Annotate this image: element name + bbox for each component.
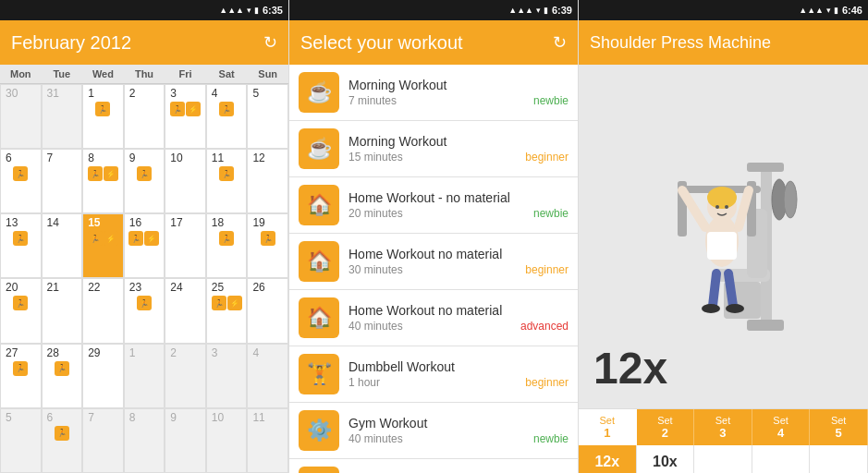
workout-list-item[interactable]: ☕Morning Workout7 minutesnewbie	[289, 65, 578, 121]
calendar-cell[interactable]: 4	[247, 344, 288, 408]
calendar-day-number: 3	[209, 346, 218, 359]
calendar-day-number: 6	[3, 152, 12, 164]
workout-list-item[interactable]: 🏠Home Workout no material40 minutesadvan…	[289, 290, 578, 346]
calendar-cell[interactable]: 29	[82, 344, 124, 408]
calendar-day-label: Sun	[247, 65, 288, 83]
calendar-cell[interactable]: 21	[42, 278, 83, 343]
svg-rect-1	[747, 163, 784, 172]
set-tab-2[interactable]: Set2	[637, 409, 695, 445]
calendar-cell[interactable]: 3🏃⚡	[165, 84, 206, 149]
calendar-cell[interactable]: 24	[165, 278, 206, 343]
signal-icon: ▲▲▲	[219, 6, 244, 15]
workout-list-item[interactable]: ☕Morning Workout15 minutesbeginner	[289, 121, 578, 177]
calendar-day-number: 15	[85, 216, 100, 229]
set-number: 4	[752, 426, 810, 440]
calendar-cell[interactable]: 18🏃	[206, 213, 248, 278]
workout-icons: 🏃	[219, 102, 234, 116]
svg-point-22	[725, 205, 728, 209]
workout-icon: ⚡	[144, 231, 159, 246]
workout-list-item[interactable]: ⚙️Gym Workout1 hourbeginner	[289, 459, 578, 473]
calendar-day-number: 22	[85, 281, 100, 294]
calendar-cell[interactable]: 7	[42, 149, 83, 213]
workout-icons: 🏃	[219, 231, 234, 246]
set-tab-4[interactable]: Set4	[752, 409, 811, 445]
calendar-day-number: 8	[127, 411, 136, 424]
set-tab-1[interactable]: Set1	[579, 409, 637, 445]
set-value-3[interactable]	[694, 445, 752, 473]
workout-list-item[interactable]: 🏠Home Workout no material30 minutesbegin…	[289, 234, 578, 290]
calendar-cell[interactable]: 28🏃	[42, 344, 83, 408]
calendar-cell[interactable]: 5	[0, 408, 42, 473]
workout-icons: 🏃	[55, 426, 69, 441]
calendar-cell[interactable]: 5	[247, 84, 288, 149]
calendar-day-number: 30	[3, 87, 18, 100]
workout-icon: 🏃	[212, 296, 226, 310]
set-label: Set	[752, 415, 810, 426]
workout-icon: 🏃	[13, 361, 28, 376]
workout-list-item[interactable]: 🏋Dumbbell Workout1 hourbeginner	[289, 346, 578, 403]
calendar-cell[interactable]: 10	[165, 149, 206, 213]
workout-duration: 1 hour	[348, 376, 380, 389]
calendar-cell[interactable]: 31	[42, 84, 83, 149]
calendar-cell[interactable]: 1🏃	[82, 84, 124, 149]
set-value-1[interactable]: 12x	[579, 445, 637, 473]
calendar-cell[interactable]: 22	[82, 278, 124, 343]
calendar-cell[interactable]: 6🏃	[42, 408, 83, 473]
calendar-cell[interactable]: 8	[124, 408, 165, 473]
calendar-cell[interactable]: 15🏃⚡	[82, 213, 124, 278]
calendar-cell[interactable]: 11🏃	[206, 149, 248, 213]
calendar-cell[interactable]: 7	[82, 408, 124, 473]
calendar-cell[interactable]: 30	[0, 84, 42, 149]
calendar-cell[interactable]: 19🏃	[247, 213, 288, 278]
calendar-day-number: 28	[44, 346, 59, 359]
calendar-cell[interactable]: 25🏃⚡	[206, 278, 248, 343]
calendar-cell[interactable]: 27🏃	[0, 344, 42, 408]
calendar-cell[interactable]: 14	[42, 213, 83, 278]
calendar-cell[interactable]: 2	[124, 84, 165, 149]
calendar-cell[interactable]: 3	[206, 344, 248, 408]
calendar-day-number: 31	[44, 87, 59, 100]
workout-icon: ⚡	[186, 102, 201, 116]
calendar-cell[interactable]: 10	[206, 408, 248, 473]
calendar-panel: ▲▲▲ ▾ ▮ 6:35 February 2012 ↻ MonTueWedTh…	[0, 0, 289, 473]
calendar-cell[interactable]: 16🏃⚡	[124, 213, 165, 278]
calendar-day-number: 12	[250, 152, 264, 164]
wifi-icon: ▾	[247, 6, 251, 15]
workout-icons: 🏃⚡	[170, 102, 201, 116]
calendar-day-number: 17	[167, 216, 182, 229]
calendar-cell[interactable]: 20🏃	[0, 278, 42, 343]
workout-icon: 🏃	[55, 361, 69, 376]
calendar-cell[interactable]: 17	[165, 213, 206, 278]
workout-name: Morning Workout	[348, 134, 568, 149]
refresh-icon-2[interactable]: ↻	[553, 32, 567, 53]
calendar-day-number: 4	[250, 346, 259, 359]
calendar-cell[interactable]: 23🏃	[124, 278, 165, 343]
calendar-cell[interactable]: 9🏃	[124, 149, 165, 213]
workout-list-item[interactable]: 🏠Home Workout - no material20 minutesnew…	[289, 177, 578, 234]
calendar-day-number: 21	[44, 281, 59, 294]
calendar-cell[interactable]: 2	[165, 344, 206, 408]
calendar-cell[interactable]: 6🏃	[0, 149, 42, 213]
calendar-cell[interactable]: 9	[165, 408, 206, 473]
workout-name: Gym Workout	[348, 416, 568, 431]
calendar-day-number: 2	[167, 346, 177, 359]
calendar-cell[interactable]: 13🏃	[0, 213, 42, 278]
calendar-cell[interactable]: 11	[247, 408, 288, 473]
set-tab-3[interactable]: Set3	[694, 409, 752, 445]
calendar-cell[interactable]: 12	[247, 149, 288, 213]
svg-point-20	[726, 304, 744, 313]
workout-list-item[interactable]: ⚙️Gym Workout40 minutesnewbie	[289, 403, 578, 459]
set-tab-5[interactable]: Set5	[810, 409, 868, 445]
svg-rect-16	[707, 232, 737, 260]
set-values-row: 12x10x	[579, 445, 868, 473]
calendar-day-number: 9	[127, 152, 136, 164]
refresh-icon-1[interactable]: ↻	[263, 32, 277, 53]
set-value-2[interactable]: 10x	[637, 445, 695, 473]
set-value-5[interactable]	[810, 445, 868, 473]
workout-level: newbie	[533, 207, 568, 220]
calendar-cell[interactable]: 26	[247, 278, 288, 343]
calendar-cell[interactable]: 8🏃⚡	[82, 149, 124, 213]
calendar-cell[interactable]: 4🏃	[206, 84, 248, 149]
set-value-4[interactable]	[752, 445, 811, 473]
calendar-cell[interactable]: 1	[124, 344, 165, 408]
